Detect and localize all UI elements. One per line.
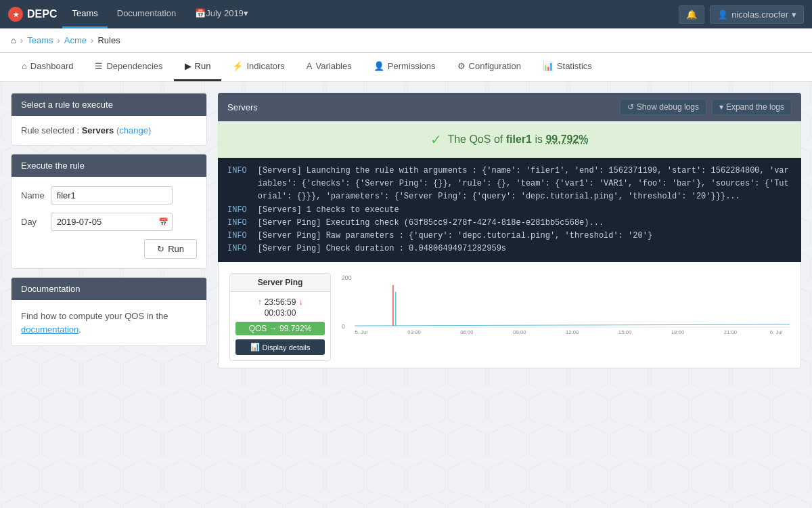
day-input[interactable] [51,213,173,231]
username-label: nicolas.crocfer [731,9,788,20]
run-icon: ▶ [185,61,191,71]
doc-text: Find how to compute your QOS in the docu… [21,310,197,336]
x-label-8: 6. Jul [770,329,783,334]
name-input[interactable] [51,186,173,205]
user-menu-button[interactable]: 👤 nicolas.crocfer ▾ [710,5,804,24]
timeseries-chart: 200 0 5. Jul 03:00 06:00 09:00 12:00 15:… [342,273,790,334]
documentation-body: Find how to compute your QOS in the docu… [12,300,206,345]
navbar: ★ DEPC Teams Documentation 📅 July 2019 ▾… [0,0,812,28]
tab-indicators[interactable]: ⚡ Indicators [221,53,295,81]
x-label-6: 18:00 [671,329,685,334]
date-chevron-icon: ▾ [244,8,248,18]
notifications-button[interactable]: 🔔 [679,5,704,24]
execute-rule-body: Name Day 📅 ↻ Run [12,177,206,268]
breadcrumb: ⌂ › Teams › Acme › Rules [0,28,812,53]
rule-selected-text: Rule selected : Servers (change) [21,125,197,135]
calendar-icon: 📅 [195,8,206,18]
tab-statistics[interactable]: 📊 Statistics [532,53,603,81]
log-level: INFO [227,217,247,230]
tab-permissions[interactable]: 👤 Permissions [363,53,447,81]
expand-logs-button[interactable]: ▾ Expand the logs [712,99,792,115]
tab-variables[interactable]: A Variables [296,53,363,81]
log-level: INFO [227,204,247,217]
breadcrumb-sep-1: › [20,35,23,45]
y-label-200: 200 [342,274,352,281]
log-area: INFO[Servers] Launching the rule with ar… [218,158,801,262]
chart-container: Server Ping ↑ 23:56:59 ↓ 00:03:00 QOS → … [218,262,801,368]
qos-text: The QoS of filer1 is 99.792% [447,133,588,146]
breadcrumb-teams[interactable]: Teams [27,35,53,45]
bell-icon: 🔔 [686,9,697,20]
log-message: [Servers] 1 checks to execute [258,204,399,217]
documentation-link[interactable]: documentation [21,324,78,335]
permissions-icon: 👤 [374,61,384,71]
home-icon[interactable]: ⌂ [11,35,16,45]
navbar-right: 🔔 👤 nicolas.crocfer ▾ [679,5,804,24]
log-level: INFO [227,242,247,255]
sp-qos-badge: QOS → 99.792% [235,322,325,335]
configuration-icon: ⚙ [457,61,466,71]
qos-banner: ✓ The QoS of filer1 is 99.792% [218,121,801,158]
day-label: Day [21,217,48,227]
execute-rule-card: Execute the rule Name Day 📅 ↻ Run [11,154,207,269]
log-entry: INFO[Server Ping] Check duration : 0.048… [227,242,792,255]
x-label-5: 15:00 [618,329,632,334]
down-arrow-icon: ↓ [298,297,302,307]
expand-icon: ▾ [719,102,723,112]
panel-header: Servers ↺ Show debug logs ▾ Expand the l… [218,93,801,121]
select-rule-card: Select a rule to execute Rule selected :… [11,93,207,146]
log-level: INFO [227,165,247,204]
run-refresh-icon: ↻ [157,244,164,254]
display-details-button[interactable]: 📊 Display details [235,339,325,355]
baseline-line [355,324,790,326]
server-ping-card: Server Ping ↑ 23:56:59 ↓ 00:03:00 QOS → … [229,273,331,361]
change-rule-link[interactable]: (change) [116,125,151,135]
dashboard-icon: ⌂ [22,61,27,71]
server-ping-title: Server Ping [230,274,330,292]
name-form-group: Name [21,186,197,205]
statistics-icon: 📊 [543,61,554,71]
log-level: INFO [227,230,247,242]
nav-date[interactable]: 📅 July 2019 ▾ [185,0,258,28]
chart-icon: 📊 [250,343,260,352]
tab-configuration[interactable]: ⚙ Configuration [447,53,532,81]
user-icon: 👤 [717,9,728,20]
nav-teams[interactable]: Teams [62,0,107,28]
tabs-bar: ⌂ Dashboard ☰ Dependencies ▶ Run ⚡ Indic… [0,53,812,82]
log-entry: INFO[Servers] Launching the rule with ar… [227,165,792,204]
right-panel: Servers ↺ Show debug logs ▾ Expand the l… [218,93,801,368]
x-label-1: 03:00 [407,329,421,334]
sidebar: Select a rule to execute Rule selected :… [11,93,207,346]
breadcrumb-sep-3: › [91,35,93,45]
select-rule-body: Rule selected : Servers (change) [12,116,206,145]
tab-dependencies[interactable]: ☰ Dependencies [84,53,173,81]
up-time: 23:56:59 [265,297,296,307]
log-entry: INFO[Server Ping] Raw parameters : {'que… [227,230,792,242]
selected-rule-name: Servers [82,125,114,135]
x-label-0: 5. Jul [355,329,367,334]
chart-svg-wrapper: 200 0 5. Jul 03:00 06:00 09:00 12:00 15:… [342,273,790,361]
panel-title: Servers [227,102,258,112]
main-nav: Teams Documentation 📅 July 2019 ▾ [62,0,257,28]
dependencies-icon: ☰ [95,61,103,71]
log-message: [Server Ping] Raw parameters : {'query':… [258,230,652,242]
run-button[interactable]: ↻ Run [144,239,197,259]
name-label: Name [21,190,48,200]
documentation-header: Documentation [12,278,206,300]
nav-documentation[interactable]: Documentation [108,0,185,28]
logo-icon: ★ [8,7,23,22]
show-debug-button[interactable]: ↺ Show debug logs [620,99,706,115]
execute-rule-header: Execute the rule [12,154,206,177]
breadcrumb-sep-2: › [58,35,60,45]
brand: ★ DEPC [8,7,57,22]
sp-duration: 00:03:00 [235,308,325,318]
day-form-group: Day 📅 [21,213,197,231]
sp-times: ↑ 23:56:59 ↓ [235,297,325,307]
qos-value: 99.792% [545,133,588,145]
x-label-7: 21:00 [724,329,738,334]
tab-run[interactable]: ▶ Run [174,53,222,81]
breadcrumb-acme[interactable]: Acme [64,35,87,45]
tab-dashboard[interactable]: ⌂ Dashboard [11,53,84,81]
qos-server-name: filer1 [506,133,532,145]
y-label-0: 0 [342,323,345,330]
